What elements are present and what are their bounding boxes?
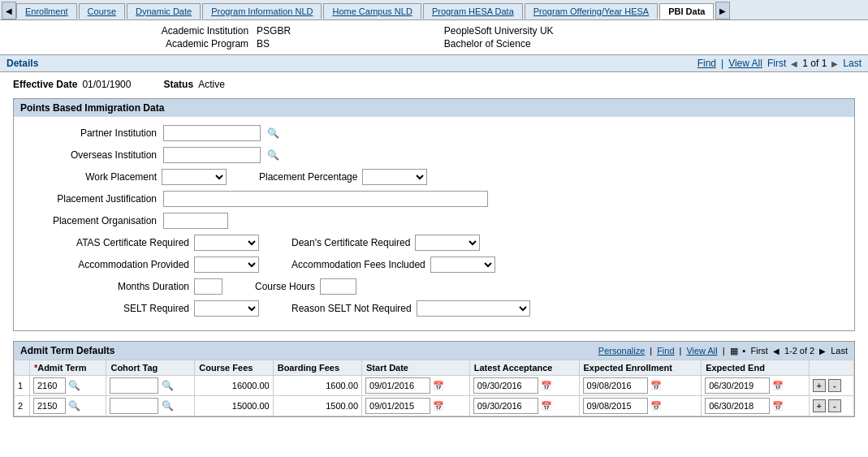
admit-next-arrow[interactable]: ▶: [819, 347, 826, 356]
admit-term-title: Admit Term Defaults: [20, 345, 114, 356]
table-row: 2 🔍 🔍 15000.00 1500.00 📅 📅 📅 📅 +: [15, 396, 854, 416]
admit-personalize-link[interactable]: Personalize: [598, 346, 645, 356]
start-date-input[interactable]: [365, 377, 430, 394]
grid-icon1[interactable]: ▦: [730, 346, 738, 356]
admit-term-input[interactable]: [33, 377, 66, 394]
row-actions: + -: [809, 396, 853, 416]
col-latest-acceptance: Latest Acceptance: [469, 360, 579, 376]
academic-institution-name: PeopleSoft University UK: [444, 25, 698, 37]
cohort-tag-search-icon[interactable]: 🔍: [162, 380, 174, 391]
admit-term-cell: 🔍: [29, 376, 106, 396]
cohort-tag-search-icon[interactable]: 🔍: [162, 400, 174, 412]
details-view-all-link[interactable]: View All: [728, 58, 762, 69]
latest-acceptance-cal-icon[interactable]: 📅: [541, 381, 552, 390]
months-hours-row: Months Duration Course Hours: [27, 278, 841, 295]
expected-enrollment-cal-icon[interactable]: 📅: [650, 401, 662, 411]
start-date-cal-icon[interactable]: 📅: [433, 401, 444, 411]
cohort-tag-input[interactable]: [110, 398, 158, 414]
overseas-institution-row: Overseas Institution 🔍: [27, 147, 841, 163]
admit-find-link[interactable]: Find: [657, 346, 674, 356]
latest-acceptance-cell: 📅: [469, 376, 579, 396]
atas-certificate-select[interactable]: [194, 235, 259, 251]
course-hours-label: Course Hours: [255, 281, 315, 292]
add-row-button[interactable]: +: [813, 399, 826, 412]
latest-acceptance-cal-icon[interactable]: 📅: [541, 401, 552, 411]
details-last-label: Last: [843, 58, 862, 69]
months-duration-input[interactable]: [194, 278, 222, 295]
details-page-info: 1 of 1: [802, 58, 827, 69]
start-date-input[interactable]: [365, 398, 430, 414]
pbi-section: Points Based Immigration Data Partner In…: [13, 98, 855, 331]
expected-end-cal-icon[interactable]: 📅: [772, 401, 784, 411]
tab-program-offering-year-hesa[interactable]: Program Offering/Year HESA: [525, 3, 658, 19]
tab-enrollment[interactable]: Enrollment: [16, 3, 77, 19]
admit-view-all-link[interactable]: View All: [686, 346, 717, 356]
academic-program-code: BS: [257, 38, 436, 50]
admit-prev-arrow[interactable]: ◀: [773, 347, 779, 356]
tab-course[interactable]: Course: [79, 3, 125, 19]
placement-justification-input[interactable]: [163, 191, 488, 207]
deans-certificate-label: Dean's Certificate Required: [291, 237, 410, 248]
work-placement-select[interactable]: [162, 169, 227, 185]
tab-scroll-left[interactable]: ◀: [2, 2, 16, 19]
status-label: Status: [163, 79, 193, 90]
tab-pbi-data[interactable]: PBI Data: [659, 3, 714, 19]
effective-date-value: 01/01/1900: [82, 79, 131, 90]
tab-scroll-right[interactable]: ▶: [715, 2, 730, 19]
admit-term-search-icon[interactable]: 🔍: [68, 400, 80, 412]
expected-end-input[interactable]: [705, 377, 770, 394]
course-hours-input[interactable]: [320, 278, 356, 295]
tab-program-hesa-data[interactable]: Program HESA Data: [423, 3, 523, 19]
placement-organisation-input[interactable]: [163, 213, 228, 229]
expected-end-cell: 📅: [702, 376, 810, 396]
partner-institution-search-icon[interactable]: 🔍: [267, 127, 279, 139]
admit-term-search-icon[interactable]: 🔍: [68, 380, 80, 391]
pbi-section-title: Points Based Immigration Data: [14, 99, 854, 117]
selt-required-select[interactable]: [194, 300, 259, 317]
start-date-cell: 📅: [362, 396, 470, 416]
start-date-cal-icon[interactable]: 📅: [433, 381, 444, 390]
grid-icon2[interactable]: ▪: [743, 346, 746, 356]
work-placement-label: Work Placement: [27, 171, 157, 183]
expected-enrollment-input[interactable]: [583, 377, 648, 394]
row-actions: + -: [809, 376, 853, 396]
work-placement-row: Work Placement Placement Percentage: [27, 169, 841, 185]
remove-row-button[interactable]: -: [828, 399, 841, 412]
admit-term-input[interactable]: [33, 398, 66, 414]
row-num: 2: [15, 396, 30, 416]
row-num: 1: [15, 376, 30, 396]
latest-acceptance-input[interactable]: [473, 398, 538, 414]
admit-page-info: 1-2 of 2: [784, 346, 814, 356]
admit-term-cell: 🔍: [29, 396, 106, 416]
details-find-link[interactable]: Find: [697, 58, 716, 69]
accommodation-provided-select[interactable]: [194, 257, 259, 273]
reason-selt-select[interactable]: [417, 300, 530, 317]
col-num: [15, 360, 30, 376]
expected-end-cal-icon[interactable]: 📅: [772, 381, 784, 390]
overseas-institution-search-icon[interactable]: 🔍: [267, 149, 279, 161]
selt-required-label: SELT Required: [27, 303, 189, 314]
placement-organisation-label: Placement Organisation: [27, 215, 157, 226]
overseas-institution-input[interactable]: [163, 147, 261, 163]
tab-program-information-nld[interactable]: Program Information NLD: [202, 3, 322, 19]
deans-certificate-select[interactable]: [415, 235, 480, 251]
expected-enrollment-cal-icon[interactable]: 📅: [650, 381, 662, 390]
table-row: 1 🔍 🔍 16000.00 1600.00 📅 📅 📅 📅 +: [15, 376, 854, 396]
expected-end-input[interactable]: [705, 398, 770, 414]
add-row-button[interactable]: +: [813, 379, 826, 392]
tab-home-campus-nld[interactable]: Home Campus NLD: [323, 3, 421, 19]
cohort-tag-cell: 🔍: [106, 376, 195, 396]
details-prev-arrow[interactable]: ◀: [791, 59, 797, 68]
tab-dynamic-date[interactable]: Dynamic Date: [127, 3, 201, 19]
col-start-date: Start Date: [362, 360, 470, 376]
placement-percentage-select[interactable]: [362, 169, 427, 185]
details-next-arrow[interactable]: ▶: [831, 59, 838, 68]
expected-enrollment-input[interactable]: [583, 398, 648, 414]
partner-institution-input[interactable]: [163, 125, 261, 141]
admit-first-label: First: [751, 346, 768, 356]
accommodation-fees-select[interactable]: [430, 257, 495, 273]
remove-row-button[interactable]: -: [828, 379, 841, 392]
cohort-tag-input[interactable]: [110, 377, 158, 394]
latest-acceptance-input[interactable]: [473, 377, 538, 394]
selt-row: SELT Required Reason SELT Not Required: [27, 300, 841, 317]
